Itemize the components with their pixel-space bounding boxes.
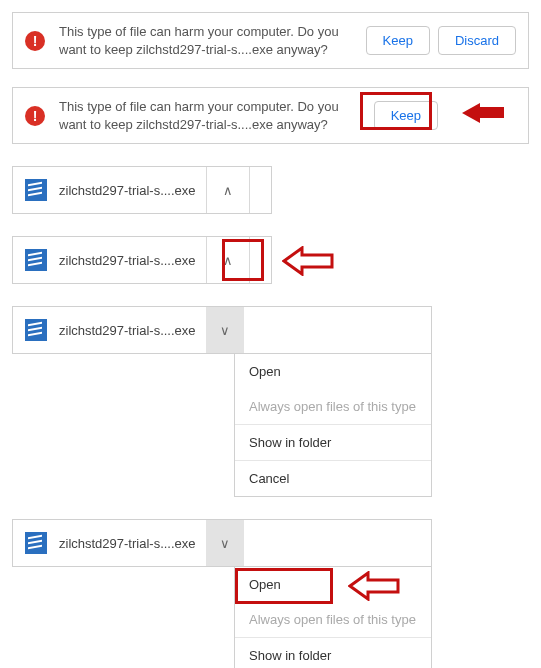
menu-show-in-folder[interactable]: Show in folder: [235, 637, 431, 668]
menu-always-open: Always open files of this type: [235, 602, 431, 637]
chevron-down-icon: ∨: [220, 536, 230, 551]
download-item: zilchstd297-trial-s....exe ∧: [12, 166, 272, 214]
warning-icon: [25, 31, 45, 51]
file-icon: [25, 319, 47, 341]
download-filename: zilchstd297-trial-s....exe: [59, 307, 206, 353]
chevron-up-icon: ∧: [223, 183, 233, 198]
download-item: zilchstd297-trial-s....exe ∧: [12, 236, 272, 284]
download-filename: zilchstd297-trial-s....exe: [59, 520, 206, 566]
menu-show-in-folder[interactable]: Show in folder: [235, 424, 431, 460]
download-menu-toggle[interactable]: ∨: [206, 307, 244, 353]
download-menu-toggle[interactable]: ∧: [206, 237, 250, 283]
warning-text: This type of file can harm your computer…: [59, 98, 366, 133]
file-icon: [25, 179, 47, 201]
menu-open[interactable]: Open: [235, 354, 431, 389]
download-warning-bar: This type of file can harm your computer…: [12, 87, 529, 144]
download-context-menu: Open Always open files of this type Show…: [234, 567, 432, 668]
chevron-down-icon: ∨: [220, 323, 230, 338]
keep-button[interactable]: Keep: [374, 101, 438, 130]
download-filename: zilchstd297-trial-s....exe: [59, 167, 206, 213]
download-warning-bar: This type of file can harm your computer…: [12, 12, 529, 69]
warning-icon: [25, 106, 45, 126]
download-menu-toggle[interactable]: ∧: [206, 167, 250, 213]
file-icon: [25, 249, 47, 271]
download-item: zilchstd297-trial-s....exe ∨: [12, 306, 432, 354]
menu-always-open: Always open files of this type: [235, 389, 431, 424]
menu-cancel[interactable]: Cancel: [235, 460, 431, 496]
download-menu-toggle[interactable]: ∨: [206, 520, 244, 566]
keep-button[interactable]: Keep: [366, 26, 430, 55]
discard-button[interactable]: Discard: [438, 26, 516, 55]
download-context-menu: Open Always open files of this type Show…: [234, 354, 432, 497]
annotation-arrow-icon: [282, 246, 338, 276]
menu-open[interactable]: Open: [235, 567, 431, 602]
download-filename: zilchstd297-trial-s....exe: [59, 237, 206, 283]
download-item: zilchstd297-trial-s....exe ∨: [12, 519, 432, 567]
warning-text: This type of file can harm your computer…: [59, 23, 358, 58]
chevron-up-icon: ∧: [223, 253, 233, 268]
file-icon: [25, 532, 47, 554]
